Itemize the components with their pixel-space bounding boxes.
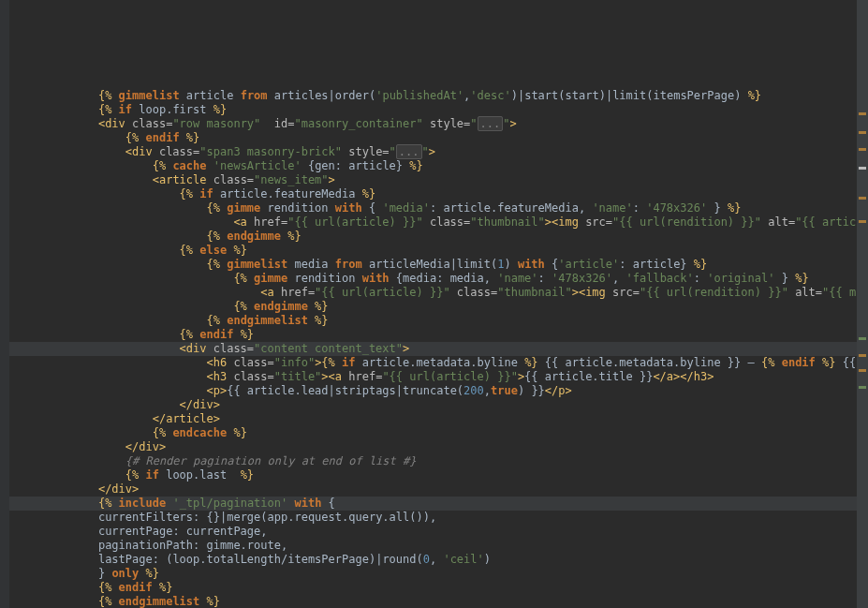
- code-line[interactable]: <p>{{ article.lead|striptags|truncate(20…: [7, 384, 868, 398]
- scrollbar-mark[interactable]: [859, 197, 866, 200]
- code-line[interactable]: {% else %}: [7, 244, 868, 258]
- scrollbar-mark[interactable]: [859, 369, 866, 372]
- code-line[interactable]: {% endgimmelist %}: [7, 595, 868, 608]
- scrollbar-mark[interactable]: [859, 148, 866, 151]
- code-line[interactable]: <a href="{{ url(article) }}" class="thum…: [7, 215, 868, 230]
- gutter: [0, 0, 9, 608]
- code-line[interactable]: {% include '_tpl/pagination' with {: [7, 497, 868, 511]
- code-line[interactable]: <div class="content content_text">: [7, 342, 868, 356]
- code-line[interactable]: currentPage: currentPage,: [7, 525, 868, 539]
- code-line[interactable]: {% if loop.last %}: [7, 468, 868, 482]
- code-line[interactable]: <div class="span3 masonry-brick" style="…: [7, 145, 868, 159]
- scrollbar-track[interactable]: [857, 0, 868, 608]
- code-line[interactable]: </div>: [7, 398, 868, 412]
- scrollbar-mark[interactable]: [859, 386, 866, 389]
- code-line[interactable]: {% endgimme %}: [7, 300, 868, 314]
- code-line[interactable]: {% endif %}: [7, 581, 868, 595]
- code-line[interactable]: <a href="{{ url(article) }}" class="thum…: [7, 286, 868, 300]
- code-line[interactable]: {% endif %}: [7, 131, 868, 145]
- code-line[interactable]: } only %}: [7, 567, 868, 581]
- code-line[interactable]: currentFilters: {}|merge(app.request.que…: [7, 511, 868, 525]
- code-line[interactable]: <article class="news_item">: [7, 173, 868, 187]
- code-line[interactable]: <h3 class="title"><a href="{{ url(articl…: [7, 370, 868, 384]
- code-line[interactable]: {% cache 'newsArticle' {gen: article} %}: [7, 159, 868, 173]
- scrollbar-mark[interactable]: [859, 112, 866, 115]
- code-line[interactable]: </article>: [7, 412, 868, 426]
- code-line[interactable]: <div class="row masonry" id="masonry_con…: [7, 117, 868, 131]
- code-line[interactable]: paginationPath: gimme.route,: [7, 539, 868, 553]
- scrollbar-mark[interactable]: [859, 354, 866, 357]
- code-line[interactable]: {% gimme rendition with { 'media': artic…: [7, 201, 868, 215]
- code-line[interactable]: lastPage: (loop.totalLength/itemsPerPage…: [7, 553, 868, 567]
- code-line[interactable]: {% gimmelist article from articles|order…: [7, 89, 868, 103]
- code-editor[interactable]: {% gimmelist article from articles|order…: [0, 84, 868, 608]
- code-line[interactable]: {% gimme rendition with {media: media, '…: [7, 272, 868, 286]
- code-line[interactable]: <h6 class="info">{% if article.metadata.…: [7, 356, 868, 370]
- code-line[interactable]: {% if loop.first %}: [7, 103, 868, 117]
- scrollbar-mark[interactable]: [859, 167, 866, 170]
- code-line[interactable]: </div>: [7, 440, 868, 454]
- code-line[interactable]: {% endgimme %}: [7, 230, 868, 244]
- code-line[interactable]: {% gimmelist media from articleMedia|lim…: [7, 258, 868, 272]
- code-line[interactable]: {% endif %}: [7, 328, 868, 342]
- scrollbar-mark[interactable]: [859, 131, 866, 134]
- scrollbar-mark[interactable]: [859, 337, 866, 340]
- code-line[interactable]: {# Render pagination only at end of list…: [7, 454, 868, 468]
- scrollbar-mark[interactable]: [859, 220, 866, 223]
- code-line[interactable]: {% if article.featureMedia %}: [7, 187, 868, 201]
- code-line[interactable]: {% endgimmelist %}: [7, 314, 868, 328]
- code-line[interactable]: </div>: [7, 482, 868, 497]
- code-line[interactable]: {% endcache %}: [7, 426, 868, 440]
